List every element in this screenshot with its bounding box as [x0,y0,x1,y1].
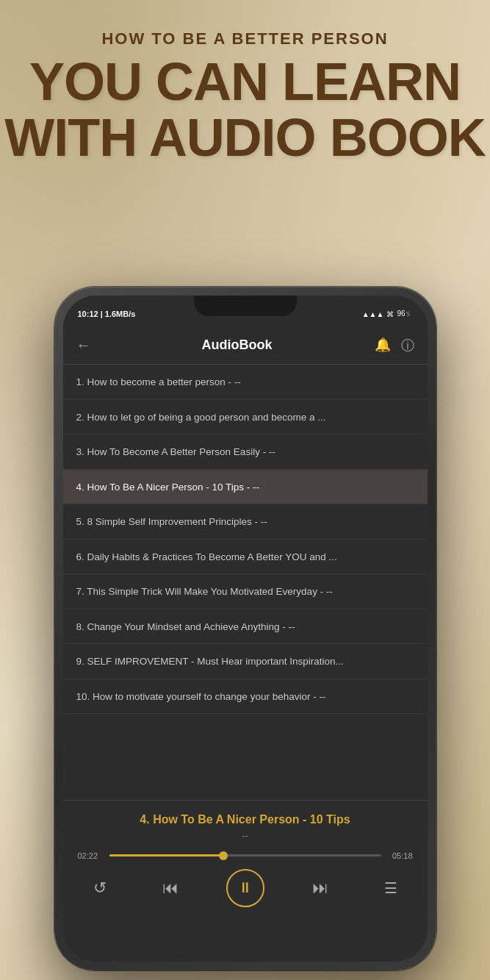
phone-shell: 10:12 | 1.6MB/s ▲▲▲ ⌘ 96﹪ ← AudioBook 🔔 … [54,287,436,970]
track-label: 2. How to let go of being a good person … [76,412,326,423]
header-section: HOW TO BE A BETTER PERSON YOU CAN LEARN … [0,29,490,165]
track-item-active[interactable]: 4. How To Be A Nicer Person - 10 Tips - … [63,470,428,505]
track-item[interactable]: 1. How to become a better person - -- [63,365,428,400]
track-label: 4. How To Be A Nicer Person - 10 Tips - … [76,482,260,493]
next-icon: ⏭ [312,879,328,898]
status-time: 10:12 | 1.6MB/s [78,310,136,318]
progress-fill [109,854,223,856]
status-icons: ▲▲▲ ⌘ 96﹪ [362,309,413,319]
replay-button[interactable]: ↺ [85,873,115,903]
playlist-icon: ☰ [384,879,397,897]
track-label: 7. This Simple Trick Will Make You Motiv… [76,586,333,597]
track-item[interactable]: 7. This Simple Trick Will Make You Motiv… [63,574,428,609]
phone-container: 10:12 | 1.6MB/s ▲▲▲ ⌘ 96﹪ ← AudioBook 🔔 … [54,287,436,970]
track-item[interactable]: 2. How to let go of being a good person … [63,400,428,435]
progress-container[interactable]: 02:22 05:18 [78,851,413,860]
track-item[interactable]: 10. How to motivate yourself to change y… [63,679,428,715]
track-item[interactable]: 5. 8 Simple Self Improvement Principles … [63,504,428,540]
progress-thumb [219,851,228,860]
header-main-title: YOU CAN LEARN WITH AUDIO BOOK [0,54,490,165]
current-time: 02:22 [78,851,104,860]
bell-icon[interactable]: 🔔 [375,337,391,354]
now-playing-title: 4. How To Be A Nicer Person - 10 Tips [78,812,413,828]
info-icon[interactable]: ⓘ [401,337,414,354]
header-icons: 🔔 ⓘ [375,337,414,354]
track-item[interactable]: 6. Daily Habits & Practices To Become A … [63,540,428,575]
wifi-icon: ⌘ [386,310,394,318]
replay-icon: ↺ [93,879,107,898]
back-button[interactable]: ← [76,337,91,354]
pause-icon: ⏸ [238,879,253,896]
phone-notch [194,296,297,316]
track-item[interactable]: 3. How To Become A Better Person Easily … [63,434,428,470]
progress-track[interactable] [109,854,381,856]
prev-icon: ⏮ [162,879,179,898]
signal-icon: ▲▲▲ [362,310,384,318]
next-button[interactable]: ⏭ [306,873,335,903]
total-time: 05:18 [387,851,413,860]
track-label: 8. Change Your Mindset and Achieve Anyth… [76,621,295,632]
now-playing-subtitle: -- [78,831,413,841]
play-pause-button[interactable]: ⏸ [226,869,264,907]
battery-icon: 96﹪ [397,309,412,319]
app-header: ← AudioBook 🔔 ⓘ [63,326,428,365]
playlist-button[interactable]: ☰ [376,873,406,903]
now-playing-section: 4. How To Be A Nicer Person - 10 Tips --… [63,800,428,962]
app-title: AudioBook [100,337,375,353]
prev-button[interactable]: ⏮ [156,873,185,903]
phone-screen: 10:12 | 1.6MB/s ▲▲▲ ⌘ 96﹪ ← AudioBook 🔔 … [63,296,428,962]
track-label: 5. 8 Simple Self Improvement Principles … [76,516,267,527]
track-label: 10. How to motivate yourself to change y… [76,691,326,702]
track-label: 1. How to become a better person - -- [76,376,241,387]
track-label: 9. SELF IMPROVEMENT - Must Hear importan… [76,656,344,667]
playback-controls: ↺ ⏮ ⏸ ⏭ ☰ [78,869,413,907]
track-list: 1. How to become a better person - -- 2.… [63,365,428,800]
track-item[interactable]: 9. SELF IMPROVEMENT - Must Hear importan… [63,644,428,679]
header-subtitle: HOW TO BE A BETTER PERSON [0,29,490,49]
track-label: 3. How To Become A Better Person Easily … [76,446,275,457]
track-label: 6. Daily Habits & Practices To Become A … [76,551,337,562]
track-item[interactable]: 8. Change Your Mindset and Achieve Anyth… [63,609,428,645]
